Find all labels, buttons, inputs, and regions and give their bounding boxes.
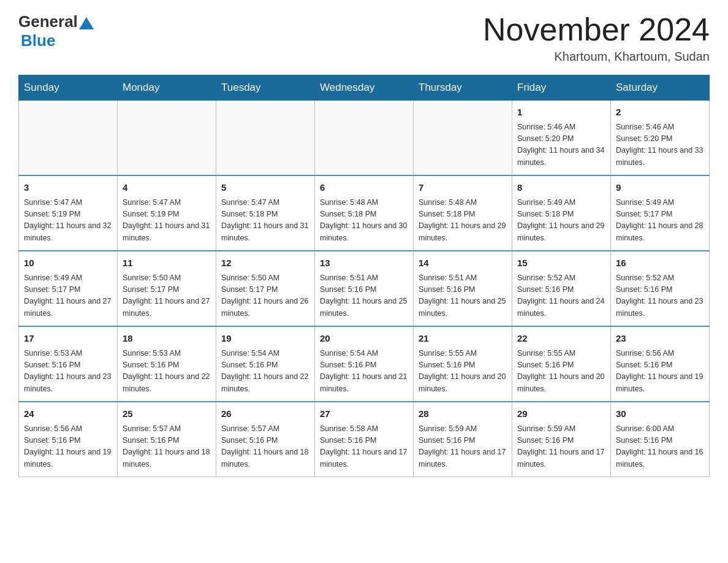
day-info: Sunrise: 5:57 AMSunset: 5:16 PMDaylight:… — [123, 424, 210, 469]
day-cell: 3Sunrise: 5:47 AMSunset: 5:19 PMDaylight… — [19, 175, 118, 251]
day-cell: 19Sunrise: 5:54 AMSunset: 5:16 PMDayligh… — [216, 326, 315, 402]
day-number: 2 — [616, 105, 704, 120]
day-info: Sunrise: 5:47 AMSunset: 5:18 PMDaylight:… — [221, 198, 308, 242]
day-info: Sunrise: 5:59 AMSunset: 5:16 PMDaylight:… — [517, 424, 604, 469]
day-info: Sunrise: 5:49 AMSunset: 5:17 PMDaylight:… — [24, 274, 111, 318]
day-cell — [414, 101, 512, 176]
day-info: Sunrise: 5:55 AMSunset: 5:16 PMDaylight:… — [517, 349, 604, 393]
day-cell: 17Sunrise: 5:53 AMSunset: 5:16 PMDayligh… — [19, 326, 118, 402]
day-info: Sunrise: 5:50 AMSunset: 5:17 PMDaylight:… — [123, 274, 210, 318]
day-cell: 30Sunrise: 6:00 AMSunset: 5:16 PMDayligh… — [611, 402, 710, 477]
day-number: 23 — [616, 332, 704, 346]
title-section: November 2024 Khartoum, Khartoum, Sudan — [483, 12, 710, 64]
day-cell: 18Sunrise: 5:53 AMSunset: 5:16 PMDayligh… — [118, 326, 216, 402]
day-cell: 14Sunrise: 5:51 AMSunset: 5:16 PMDayligh… — [414, 251, 512, 326]
day-cell — [216, 101, 315, 176]
day-cell: 12Sunrise: 5:50 AMSunset: 5:17 PMDayligh… — [216, 251, 315, 326]
week-row-3: 10Sunrise: 5:49 AMSunset: 5:17 PMDayligh… — [19, 251, 710, 326]
day-number: 8 — [517, 181, 605, 195]
day-number: 16 — [616, 256, 704, 270]
day-cell: 25Sunrise: 5:57 AMSunset: 5:16 PMDayligh… — [118, 402, 216, 477]
day-cell: 1Sunrise: 5:46 AMSunset: 5:20 PMDaylight… — [512, 101, 611, 176]
weekday-header-thursday: Thursday — [414, 75, 512, 101]
day-number: 27 — [320, 407, 408, 421]
day-number: 21 — [419, 332, 507, 346]
day-number: 14 — [419, 256, 507, 270]
day-info: Sunrise: 5:47 AMSunset: 5:19 PMDaylight:… — [123, 198, 210, 242]
day-number: 28 — [419, 407, 507, 421]
day-cell: 26Sunrise: 5:57 AMSunset: 5:16 PMDayligh… — [216, 402, 315, 477]
day-info: Sunrise: 5:51 AMSunset: 5:16 PMDaylight:… — [320, 274, 407, 318]
day-info: Sunrise: 5:57 AMSunset: 5:16 PMDaylight:… — [221, 424, 308, 469]
day-info: Sunrise: 5:51 AMSunset: 5:16 PMDaylight:… — [419, 274, 506, 318]
weekday-header-saturday: Saturday — [611, 75, 710, 101]
day-number: 6 — [320, 181, 408, 195]
day-info: Sunrise: 5:46 AMSunset: 5:20 PMDaylight:… — [517, 123, 604, 167]
day-number: 18 — [123, 332, 211, 346]
day-number: 5 — [221, 181, 309, 195]
day-cell: 24Sunrise: 5:56 AMSunset: 5:16 PMDayligh… — [19, 402, 118, 477]
day-number: 11 — [123, 256, 211, 270]
day-number: 29 — [517, 407, 605, 421]
day-info: Sunrise: 5:55 AMSunset: 5:16 PMDaylight:… — [419, 349, 506, 393]
day-cell: 5Sunrise: 5:47 AMSunset: 5:18 PMDaylight… — [216, 175, 315, 251]
day-info: Sunrise: 5:53 AMSunset: 5:16 PMDaylight:… — [123, 349, 210, 393]
day-info: Sunrise: 5:46 AMSunset: 5:20 PMDaylight:… — [616, 123, 703, 167]
day-info: Sunrise: 5:52 AMSunset: 5:16 PMDaylight:… — [517, 274, 604, 318]
day-number: 20 — [320, 332, 408, 346]
logo-general-text: General — [18, 12, 78, 31]
day-number: 13 — [320, 256, 408, 270]
day-number: 24 — [24, 407, 112, 421]
day-cell: 29Sunrise: 5:59 AMSunset: 5:16 PMDayligh… — [512, 402, 611, 477]
day-cell: 10Sunrise: 5:49 AMSunset: 5:17 PMDayligh… — [19, 251, 118, 326]
calendar-table: SundayMondayTuesdayWednesdayThursdayFrid… — [18, 75, 710, 477]
day-number: 1 — [517, 105, 605, 120]
day-info: Sunrise: 5:48 AMSunset: 5:18 PMDaylight:… — [320, 198, 407, 242]
day-cell: 21Sunrise: 5:55 AMSunset: 5:16 PMDayligh… — [414, 326, 512, 402]
day-cell — [315, 101, 414, 176]
day-info: Sunrise: 5:59 AMSunset: 5:16 PMDaylight:… — [419, 424, 506, 469]
day-number: 26 — [221, 407, 309, 421]
day-info: Sunrise: 5:49 AMSunset: 5:18 PMDaylight:… — [517, 198, 604, 242]
weekday-header-tuesday: Tuesday — [216, 75, 315, 101]
logo-triangle-icon — [79, 17, 94, 29]
weekday-header-sunday: Sunday — [19, 75, 118, 101]
logo: General Blue — [18, 12, 95, 50]
day-number: 4 — [123, 181, 211, 195]
day-number: 22 — [517, 332, 605, 346]
week-row-4: 17Sunrise: 5:53 AMSunset: 5:16 PMDayligh… — [19, 326, 710, 402]
day-cell: 23Sunrise: 5:56 AMSunset: 5:16 PMDayligh… — [611, 326, 710, 402]
day-cell: 13Sunrise: 5:51 AMSunset: 5:16 PMDayligh… — [315, 251, 414, 326]
day-cell: 11Sunrise: 5:50 AMSunset: 5:17 PMDayligh… — [118, 251, 216, 326]
day-cell: 8Sunrise: 5:49 AMSunset: 5:18 PMDaylight… — [512, 175, 611, 251]
page-header: General Blue November 2024 Khartoum, Kha… — [18, 12, 710, 64]
day-info: Sunrise: 6:00 AMSunset: 5:16 PMDaylight:… — [616, 424, 703, 469]
weekday-header-wednesday: Wednesday — [315, 75, 414, 101]
day-number: 17 — [24, 332, 112, 346]
day-cell: 2Sunrise: 5:46 AMSunset: 5:20 PMDaylight… — [611, 101, 710, 176]
logo-blue-text: Blue — [21, 31, 55, 50]
day-number: 3 — [24, 181, 112, 195]
day-info: Sunrise: 5:56 AMSunset: 5:16 PMDaylight:… — [616, 349, 703, 393]
calendar-subtitle: Khartoum, Khartoum, Sudan — [483, 50, 710, 64]
day-cell: 20Sunrise: 5:54 AMSunset: 5:16 PMDayligh… — [315, 326, 414, 402]
weekday-header-friday: Friday — [512, 75, 611, 101]
day-number: 19 — [221, 332, 309, 346]
day-cell: 22Sunrise: 5:55 AMSunset: 5:16 PMDayligh… — [512, 326, 611, 402]
day-cell: 6Sunrise: 5:48 AMSunset: 5:18 PMDaylight… — [315, 175, 414, 251]
day-cell: 4Sunrise: 5:47 AMSunset: 5:19 PMDaylight… — [118, 175, 216, 251]
day-info: Sunrise: 5:54 AMSunset: 5:16 PMDaylight:… — [320, 349, 407, 393]
day-number: 25 — [123, 407, 211, 421]
day-cell: 15Sunrise: 5:52 AMSunset: 5:16 PMDayligh… — [512, 251, 611, 326]
day-info: Sunrise: 5:56 AMSunset: 5:16 PMDaylight:… — [24, 424, 111, 469]
day-cell: 7Sunrise: 5:48 AMSunset: 5:18 PMDaylight… — [414, 175, 512, 251]
day-number: 15 — [517, 256, 605, 270]
day-number: 7 — [419, 181, 507, 195]
day-cell: 9Sunrise: 5:49 AMSunset: 5:17 PMDaylight… — [611, 175, 710, 251]
week-row-2: 3Sunrise: 5:47 AMSunset: 5:19 PMDaylight… — [19, 175, 710, 251]
day-number: 30 — [616, 407, 704, 421]
day-info: Sunrise: 5:47 AMSunset: 5:19 PMDaylight:… — [24, 198, 111, 242]
day-number: 12 — [221, 256, 309, 270]
day-info: Sunrise: 5:49 AMSunset: 5:17 PMDaylight:… — [616, 198, 703, 242]
week-row-5: 24Sunrise: 5:56 AMSunset: 5:16 PMDayligh… — [19, 402, 710, 477]
